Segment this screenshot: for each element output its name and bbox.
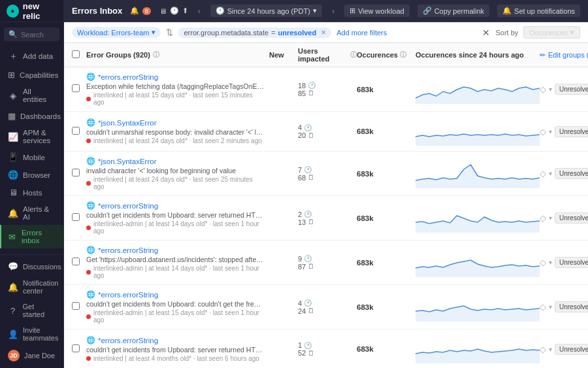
sidebar-item-hosts[interactable]: 🖥 Hosts — [0, 184, 63, 201]
status-dropdown[interactable]: Unresolved ▾ — [555, 168, 588, 179]
error-name[interactable]: *errors.errorString — [98, 291, 158, 299]
remove-filter-icon[interactable]: ✕ — [321, 29, 326, 36]
sidebar-item-add-data[interactable]: ＋ Add data — [0, 46, 63, 66]
row-checkbox[interactable] — [72, 258, 86, 267]
sidebar-item-capabilities[interactable]: ⊞ Capabilities — [0, 66, 63, 84]
row-select-input[interactable] — [72, 213, 80, 221]
sidebar-item-invite-teammates[interactable]: 👤 Invite teammates — [0, 322, 63, 346]
assign-diamond-icon[interactable]: ◇ — [540, 302, 546, 312]
chevron-down-icon: ▾ — [570, 28, 574, 37]
error-name[interactable]: *errors.errorString — [98, 246, 158, 254]
table-row[interactable]: 🌐 *json.SyntaxError invalid character '<… — [64, 152, 588, 196]
row-checkbox[interactable] — [72, 344, 86, 354]
state-filter-chip[interactable]: error.group.metadata.state = unresolved … — [178, 27, 331, 38]
status-dropdown[interactable]: Unresolved ▾ — [555, 257, 588, 268]
error-meta: interlinked | at least 4 months old* · l… — [86, 355, 264, 362]
workload-filter-chip[interactable]: Workload: Errors-team ▾ — [72, 27, 161, 38]
row-checkbox[interactable] — [72, 213, 86, 223]
row-select-input[interactable] — [72, 258, 80, 265]
status-dropdown[interactable]: Unresolved ▾ — [555, 344, 588, 355]
assign-diamond-icon[interactable]: ◇ — [540, 258, 546, 267]
table-row[interactable]: 🌐 *errors.errorString Get 'https://upboa… — [64, 241, 588, 285]
row-select-input[interactable] — [72, 84, 80, 92]
row-checkbox[interactable] — [72, 169, 86, 178]
sidebar-item-dashboards[interactable]: ▦ Dashboards — [0, 107, 63, 125]
status-dot — [86, 181, 91, 186]
sidebar-item-label: Capabilities — [20, 71, 58, 79]
error-name[interactable]: *errors.errorString — [98, 202, 158, 210]
sidebar-item-mobile[interactable]: 📱 Mobile — [0, 148, 63, 166]
filter-icon[interactable]: ⇅ — [166, 27, 173, 37]
chevron-down-icon[interactable]: ▾ — [549, 86, 552, 93]
time-selector[interactable]: 🕐 Since 24 hours ago (PDT) ▾ — [210, 5, 322, 17]
assign-diamond-icon[interactable]: ◇ — [540, 169, 546, 178]
sidebar-item-alerts[interactable]: 🔔 Alerts & AI — [0, 201, 63, 225]
time-forward-button[interactable]: › — [330, 7, 336, 16]
sidebar-item-all-entities[interactable]: ◈ All entities — [0, 84, 63, 107]
chevron-down-icon[interactable]: ▾ — [549, 128, 552, 135]
time-back-button[interactable]: ‹ — [196, 7, 203, 16]
error-title: 🌐 *errors.errorString — [86, 246, 264, 254]
error-message: couldn't get incidents from Upboard: ser… — [86, 346, 264, 354]
logo-area[interactable]: ● new relic — [0, 0, 63, 22]
clock-icon: 🕐 — [304, 124, 312, 131]
top-bar-actions: 🔔 8 🖥 🕐 ⬆ ‹ 🕐 Since 24 hours ago (PDT) ▾… — [130, 5, 580, 17]
chevron-down-icon[interactable]: ▾ — [549, 259, 552, 266]
search-input[interactable]: 🔍 Search — [4, 27, 59, 41]
clear-filters-button[interactable]: ✕ — [482, 27, 490, 38]
error-name[interactable]: *json.SyntaxError — [98, 119, 156, 127]
sidebar-item-get-started[interactable]: ? Get started — [0, 299, 63, 322]
status-dropdown[interactable]: Unresolved ▾ — [555, 84, 588, 95]
sidebar-item-browser[interactable]: 🌐 Browser — [0, 166, 63, 184]
chevron-down-icon[interactable]: ▾ — [549, 214, 552, 222]
meta-text: interlinked | at least 15 days old* · la… — [93, 92, 264, 106]
sidebar-item-label: Errors inbox — [22, 229, 57, 244]
table-row[interactable]: 🌐 *errors.errorString couldn't get incid… — [64, 329, 588, 368]
select-all-input[interactable] — [72, 50, 80, 58]
row-select-input[interactable] — [72, 302, 80, 310]
sidebar-item-logs[interactable]: ≡ Logs — [0, 248, 63, 254]
sort-button[interactable]: Occurences ▾ — [523, 26, 580, 39]
file-count-row: 20 🗒 — [298, 131, 357, 139]
row-select-input[interactable] — [72, 344, 80, 352]
sidebar-item-apm[interactable]: 📈 APM & services — [0, 125, 63, 148]
copy-permalink-button[interactable]: 🔗 Copy permalink — [417, 5, 489, 17]
sidebar-item-notification-center[interactable]: 🔔 Notification center — [0, 275, 63, 299]
chevron-down-icon[interactable]: ▾ — [549, 346, 552, 353]
row-select-input[interactable] — [72, 169, 80, 176]
sidebar-item-user[interactable]: JD Jane Doe — [0, 346, 63, 365]
error-name[interactable]: *errors.errorString — [98, 73, 158, 81]
sidebar-item-discussions[interactable]: 💬 Discussions — [0, 258, 63, 275]
view-workload-button[interactable]: ⊞ View workload — [344, 5, 410, 17]
sidebar-item-label: All entities — [23, 88, 57, 103]
error-name[interactable]: *json.SyntaxError — [98, 158, 156, 165]
status-dropdown[interactable]: Unresolved ▾ — [555, 212, 588, 224]
edit-groups-button[interactable]: ✏ Edit groups (0 of 920) ▾ — [540, 51, 588, 59]
status-dropdown[interactable]: Unresolved ▾ — [555, 301, 588, 312]
sidebar-item-errors-inbox[interactable]: ✉ Errors inbox — [0, 225, 63, 248]
set-notifications-button[interactable]: 🔔 Set up notifications — [497, 5, 580, 17]
status-label: Unresolved — [559, 170, 588, 177]
table-row[interactable]: 🌐 *errors.errorString Exception while fe… — [64, 67, 588, 112]
assign-diamond-icon[interactable]: ◇ — [540, 127, 546, 137]
meta-text: interlinked-admin | at least 15 days old… — [93, 309, 264, 324]
user-count-block: 1 🕐 52 🗒 — [298, 341, 357, 357]
assign-diamond-icon[interactable]: ◇ — [540, 213, 546, 223]
row-checkbox[interactable] — [72, 84, 86, 94]
table-row[interactable]: 🌐 *errors.errorString couldn't get incid… — [64, 285, 588, 329]
table-row[interactable]: 🌐 *json.SyntaxError couldn't unmarshal r… — [64, 112, 588, 152]
row-actions: ◇ ▾ Unresolved ▾ 👤 — [540, 168, 588, 179]
file-icon: 🗒 — [308, 307, 314, 314]
chevron-down-icon[interactable]: ▾ — [549, 303, 552, 310]
row-select-input[interactable] — [72, 127, 80, 135]
table-row[interactable]: 🌐 *errors.errorString couldn't get incid… — [64, 196, 588, 241]
error-name[interactable]: *errors.errorString — [98, 337, 158, 344]
select-all-checkbox[interactable] — [72, 50, 86, 60]
row-checkbox[interactable] — [72, 127, 86, 137]
add-filter-button[interactable]: Add more filters — [336, 29, 387, 37]
row-checkbox[interactable] — [72, 302, 86, 312]
assign-diamond-icon[interactable]: ◇ — [540, 84, 546, 94]
assign-diamond-icon[interactable]: ◇ — [540, 344, 546, 354]
chevron-down-icon[interactable]: ▾ — [549, 170, 552, 177]
status-dropdown[interactable]: Unresolved ▾ — [555, 126, 588, 137]
